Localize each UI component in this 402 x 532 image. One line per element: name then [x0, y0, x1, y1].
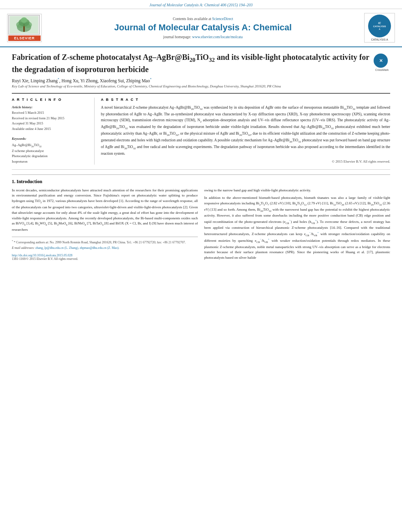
intro-left-col: In recent decades, semiconductor photoca…: [12, 188, 198, 263]
keyword-1: Ag–AgBr@Bi20TiO32: [12, 143, 90, 148]
intro-right-text-1: owing to the narrow band gap and high vi…: [204, 188, 390, 193]
keywords-section: Keywords: Ag–AgBr@Bi20TiO32 Z-scheme pho…: [12, 136, 90, 164]
keyword-2: Z-scheme photocatalyst: [12, 148, 90, 154]
intro-left-text: In recent decades, semiconductor photoca…: [12, 188, 198, 233]
revised-date: Received in revised form 21 May 2015: [12, 116, 64, 120]
footnote-email: E-mail addresses: zhang_lp@dhu.edu.cn (L…: [12, 246, 198, 250]
article-info-abstract-section: A R T I C L E I N F O Article history: R…: [12, 93, 390, 164]
catalyst-logo-box: IC CATALYSIS A CATALYSIS A: [364, 13, 395, 43]
introduction-section: 1. Introduction In recent decades, semic…: [12, 174, 390, 263]
article-info-heading: A R T I C L E I N F O: [12, 98, 90, 102]
article-history: Article history: Received 5 March 2015 R…: [12, 105, 90, 132]
affiliation: Key Lab of Science and Technology of Eco…: [12, 84, 390, 88]
crossmark-box: ✕ CrossMark: [374, 52, 390, 71]
elsevier-wordmark: ELSEVIER: [8, 35, 41, 41]
top-bar: Journal of Molecular Catalysis A: Chemic…: [0, 0, 402, 9]
authors-line: Ruyi Xie, Linping Zhang*, Hong Xu, Yi Zh…: [12, 78, 390, 83]
catalyst-circle-logo: IC CATALYSIS A: [368, 15, 391, 37]
introduction-heading: 1. Introduction: [12, 179, 390, 185]
keyword-4: Isoproturon: [12, 159, 90, 165]
doi-link[interactable]: http://dx.doi.org/10.1016/j.molcata.2015…: [12, 254, 198, 257]
section-divider: [12, 169, 390, 170]
issn-line: 1381-1169/© 2015 Elsevier B.V. All right…: [12, 257, 198, 261]
keywords-label: Keywords:: [12, 136, 90, 142]
body-two-col: In recent decades, semiconductor photoca…: [12, 188, 390, 263]
abstract-col: A B S T R A C T A novel hierarchical Z-s…: [101, 98, 390, 164]
article-title-section: Fabrication of Z-scheme photocatalyst Ag…: [12, 52, 390, 74]
svg-point-6: [21, 17, 27, 23]
intro-right-text-2: In addition to the above-mentioned bismu…: [204, 195, 390, 261]
keyword-3: Photocatalytic degradation: [12, 154, 90, 159]
main-content: Fabrication of Z-scheme photocatalyst Ag…: [0, 47, 402, 271]
accepted-date: Accepted 31 May 2015: [12, 121, 43, 125]
elsevier-logo-box: ELSEVIER: [7, 14, 42, 42]
sciencedirect-link[interactable]: ScienceDirect: [212, 17, 233, 21]
elsevier-image: [8, 15, 40, 35]
homepage-line: journal homepage: www.elsevier.com/locat…: [46, 35, 360, 39]
abstract-heading: A B S T R A C T: [101, 98, 390, 102]
footnote-corresponding: * * Corresponding authors at: No. 2999 N…: [12, 239, 198, 245]
footnote-email-addresses[interactable]: zhang_lp@dhu.edu.cn (L. Zhang), zhpmao@d…: [35, 246, 119, 250]
catalyst-text: CATALYSIS A: [366, 38, 393, 41]
article-info-col: A R T I C L E I N F O Article history: R…: [12, 98, 95, 164]
journal-reference: Journal of Molecular Catalysis A: Chemic…: [149, 3, 253, 7]
copyright-line: © 2015 Elsevier B.V. All rights reserved…: [101, 159, 390, 163]
header-center: Contents lists available at ScienceDirec…: [46, 17, 360, 39]
journal-title: Journal of Molecular Catalysis A: Chemic…: [46, 22, 360, 33]
contents-line: Contents lists available at ScienceDirec…: [46, 17, 360, 21]
intro-right-col: owing to the narrow band gap and high vi…: [204, 188, 390, 263]
received-date: Received 5 March 2015: [12, 111, 44, 115]
homepage-link[interactable]: www.elsevier.com/locate/molcata: [192, 35, 243, 39]
journal-header: ELSEVIER Contents lists available at Sci…: [0, 9, 402, 47]
history-label: Article history:: [12, 105, 33, 109]
available-date: Available online 4 June 2015: [12, 127, 51, 131]
footnote-section: * * Corresponding authors at: No. 2999 N…: [12, 237, 198, 261]
abstract-text: A novel hierarchical Z-scheme photocatal…: [101, 105, 390, 156]
crossmark-logo: ✕: [374, 54, 388, 68]
article-title: Fabrication of Z-scheme photocatalyst Ag…: [12, 52, 370, 74]
